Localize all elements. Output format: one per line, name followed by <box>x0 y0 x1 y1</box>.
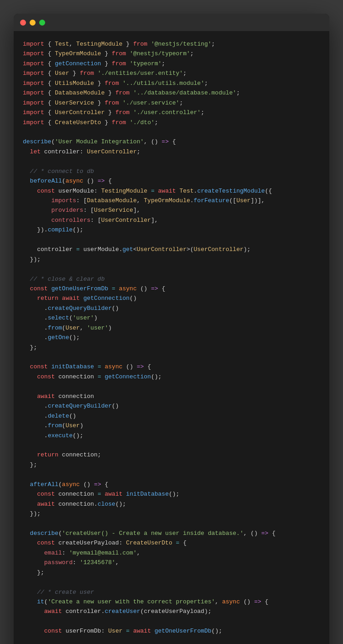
editor-window: import { Test, TestingModule } from '@ne… <box>14 14 329 644</box>
code-editor[interactable]: import { Test, TestingModule } from '@ne… <box>14 31 329 644</box>
maximize-button[interactable] <box>39 20 45 26</box>
titlebar <box>14 14 329 31</box>
minimize-button[interactable] <box>30 20 36 26</box>
close-button[interactable] <box>20 20 26 26</box>
